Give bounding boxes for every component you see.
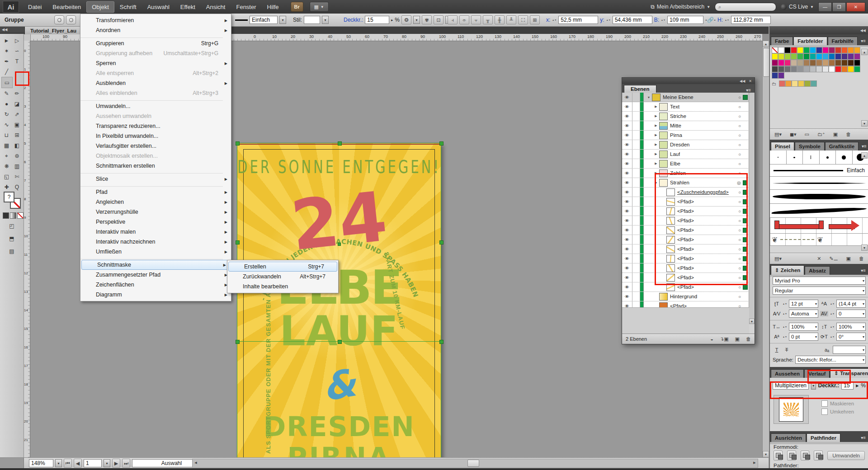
brush-charcoal-row[interactable] — [770, 177, 868, 190]
menu-item[interactable]: Perspektive — [80, 217, 231, 227]
last-artboard-button[interactable]: ⏭ — [122, 459, 130, 468]
artboard-dropdown-arrow[interactable]: ▾ — [104, 459, 110, 467]
menu-item[interactable]: Alle entsperren Alt+Strg+2 — [80, 68, 231, 78]
document-tab[interactable]: Tutorial_Flyer_Lau — [24, 26, 82, 34]
char-rotation-field[interactable]: 0° — [836, 333, 866, 341]
blob-brush-tool[interactable]: ● — [1, 99, 12, 109]
menubar-item[interactable]: Bearbeiten — [47, 1, 86, 13]
menu-item[interactable]: Diagramm — [80, 290, 231, 300]
language-field[interactable]: Deutsch: Refor... — [795, 356, 866, 364]
layer-name[interactable]: Hintergrund — [670, 294, 697, 299]
prev-artboard-button[interactable]: ◀ — [74, 459, 82, 468]
bridge-button[interactable]: Br — [291, 2, 303, 12]
visibility-eye-icon[interactable]: 👁 — [622, 235, 632, 244]
new-sublayer-icon[interactable]: ↴▣ — [720, 336, 729, 342]
menu-item[interactable] — [80, 98, 231, 101]
swatch[interactable] — [778, 60, 784, 66]
tab-farbfelder[interactable]: Farbfelder — [793, 37, 827, 45]
layer-row[interactable]: 👁 ▶ Lauf ○ — [622, 150, 749, 159]
swatch[interactable] — [804, 80, 811, 87]
menubar-item[interactable]: Auswahl — [142, 1, 175, 13]
expand-triangle-icon[interactable]: ▶ — [653, 105, 659, 108]
lock-toggle[interactable] — [632, 216, 640, 225]
eyedropper-tool[interactable]: ⌖ — [1, 150, 12, 161]
swatch[interactable] — [810, 53, 816, 60]
close-button[interactable]: ✕ — [846, 2, 865, 12]
layer-row[interactable]: 👁 <Pfad> ○ — [622, 254, 749, 263]
minus-front-button[interactable] — [787, 451, 796, 461]
panel-menu-icon[interactable]: ▾≡ — [742, 88, 755, 93]
menu-item[interactable]: In Pixelbild umwandeln... — [80, 131, 231, 141]
symbol-sprayer-tool[interactable]: ❋ — [1, 161, 12, 171]
target-circle-icon[interactable]: ○ — [738, 256, 743, 261]
visibility-eye-icon[interactable]: 👁 — [622, 292, 632, 301]
lock-toggle[interactable] — [632, 263, 640, 273]
swatch[interactable] — [784, 47, 791, 53]
gradient-tool[interactable]: ◧ — [12, 140, 22, 150]
expand-triangle-icon[interactable]: ▶ — [653, 152, 659, 156]
underline-button[interactable]: T — [773, 347, 781, 352]
swatch[interactable] — [816, 66, 822, 72]
horizontal-scrollbar[interactable]: ◀ ▶ — [192, 459, 758, 468]
lock-toggle[interactable] — [632, 292, 640, 301]
menubar-item[interactable]: Schrift — [114, 1, 142, 13]
vscale-stepper[interactable]: ▲▼ — [830, 323, 835, 330]
menu-item[interactable] — [80, 257, 231, 260]
tracking-field[interactable]: 0 — [836, 310, 866, 318]
lock-toggle[interactable] — [632, 197, 640, 206]
swatch[interactable] — [854, 60, 860, 66]
expand-triangle-icon[interactable]: ▶ — [653, 171, 659, 175]
visibility-eye-icon[interactable]: 👁 — [622, 263, 632, 273]
blend-mode-arrow[interactable]: ▾ — [811, 381, 816, 390]
target-circle-icon[interactable]: ○ — [738, 171, 743, 176]
vertical-scroll-thumb[interactable] — [763, 48, 769, 77]
swatch[interactable] — [791, 47, 797, 53]
brush-ornament-row[interactable]: ❦ ❦ — [770, 234, 868, 246]
layer-row[interactable]: 👁 ▼ Strahlen ◎ — [622, 178, 749, 188]
swatch[interactable] — [841, 66, 848, 72]
tab-ebenen[interactable]: Ebenen — [624, 85, 656, 93]
line-tool[interactable]: ╱ — [1, 66, 12, 77]
height-field[interactable]: 112,872 mm — [731, 16, 771, 24]
menu-item[interactable]: Pfad — [80, 187, 231, 197]
vertical-scrollbar[interactable]: ▲ ▼ — [762, 41, 769, 457]
layer-thumbnail[interactable] — [659, 179, 668, 187]
target-circle-icon[interactable]: ○ — [738, 123, 743, 128]
target-circle-icon[interactable]: ○ — [738, 95, 743, 100]
lock-toggle[interactable] — [632, 159, 640, 168]
close-icon[interactable]: ✕ — [749, 79, 752, 83]
exclude-button[interactable] — [814, 451, 823, 461]
layer-name[interactable]: Zahlen — [670, 170, 686, 176]
distribute-bottom-icon[interactable]: ╨ — [506, 15, 516, 24]
variable-width-button-2[interactable] — [66, 15, 76, 24]
layer-thumbnail[interactable] — [666, 283, 675, 291]
layer-name[interactable]: Strahlen — [670, 180, 689, 185]
brush-options-icon[interactable]: ✎⚊ — [830, 256, 838, 262]
layer-name[interactable]: Mitte — [670, 123, 681, 128]
menu-item[interactable]: Schnittmaske — [81, 260, 230, 270]
swatch[interactable] — [816, 60, 822, 66]
swatch[interactable] — [772, 47, 778, 53]
menu-item[interactable]: Angleichen — [80, 197, 231, 207]
swatch[interactable] — [848, 66, 854, 72]
swatch[interactable] — [835, 47, 841, 53]
layer-name[interactable]: Pirna — [670, 132, 682, 138]
swatch[interactable] — [791, 53, 797, 60]
toolbar-collapse-bar[interactable]: ◀◀ — [0, 26, 25, 33]
layer-row[interactable]: 👁 <Pfad> ○ — [622, 216, 749, 226]
color-group-folder-icon[interactable]: 🗀 — [772, 80, 779, 87]
variable-width-button-1[interactable] — [54, 15, 64, 24]
swatch-options-icon[interactable]: ▭ — [805, 132, 809, 137]
swatch[interactable] — [803, 60, 810, 66]
visibility-eye-icon[interactable]: 👁 — [622, 188, 632, 197]
zoom-tool[interactable]: Q — [12, 182, 22, 192]
layer-row[interactable]: 👁 <Pfad> ○ — [622, 244, 749, 254]
opacity-field[interactable]: 15 — [365, 16, 389, 24]
layer-row[interactable]: 👁 ▶ Mitte ○ — [622, 121, 749, 131]
opacity-spinner[interactable]: ▶ — [856, 384, 859, 388]
pencil-tool[interactable]: ✏ — [12, 88, 22, 99]
lock-toggle[interactable] — [632, 235, 640, 244]
swatch[interactable] — [803, 47, 810, 53]
lock-toggle[interactable] — [632, 226, 640, 235]
swatch[interactable] — [822, 66, 829, 72]
